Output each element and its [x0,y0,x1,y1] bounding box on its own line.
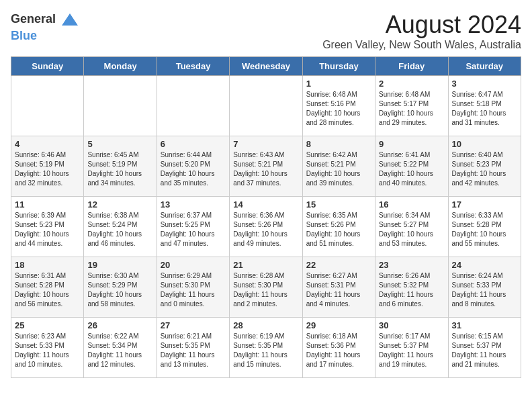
day-number: 23 [379,260,444,270]
day-number: 26 [87,320,152,330]
weekday-header: Wednesday [230,57,302,76]
calendar-cell: 24Sunrise: 6:24 AM Sunset: 5:33 PM Dayli… [448,257,521,318]
calendar-cell: 25Sunrise: 6:23 AM Sunset: 5:33 PM Dayli… [11,318,84,378]
day-info: Sunrise: 6:26 AM Sunset: 5:32 PM Dayligh… [379,271,444,309]
day-number: 14 [233,199,298,210]
calendar-cell [84,76,157,136]
calendar-cell: 23Sunrise: 6:26 AM Sunset: 5:32 PM Dayli… [375,257,448,318]
logo-icon [60,11,79,30]
day-info: Sunrise: 6:28 AM Sunset: 5:30 PM Dayligh… [233,271,298,309]
day-number: 19 [87,260,152,270]
calendar-cell: 13Sunrise: 6:37 AM Sunset: 5:25 PM Dayli… [157,197,229,257]
day-info: Sunrise: 6:29 AM Sunset: 5:30 PM Dayligh… [161,271,226,309]
calendar-cell: 11Sunrise: 6:39 AM Sunset: 5:23 PM Dayli… [11,197,84,257]
calendar-cell: 7Sunrise: 6:43 AM Sunset: 5:21 PM Daylig… [230,136,302,197]
day-number: 25 [15,320,80,330]
day-info: Sunrise: 6:45 AM Sunset: 5:19 PM Dayligh… [87,150,152,188]
calendar-cell: 21Sunrise: 6:28 AM Sunset: 5:30 PM Dayli… [230,257,302,318]
day-info: Sunrise: 6:43 AM Sunset: 5:21 PM Dayligh… [233,150,298,188]
weekday-header: Saturday [448,57,521,76]
day-info: Sunrise: 6:17 AM Sunset: 5:37 PM Dayligh… [379,332,444,369]
calendar-cell: 18Sunrise: 6:31 AM Sunset: 5:28 PM Dayli… [11,257,84,318]
day-number: 12 [87,199,152,210]
day-number: 9 [379,139,444,149]
day-number: 17 [452,199,517,210]
calendar-cell: 3Sunrise: 6:47 AM Sunset: 5:18 PM Daylig… [448,76,521,136]
calendar-cell: 2Sunrise: 6:48 AM Sunset: 5:17 PM Daylig… [375,76,448,136]
calendar-cell [230,76,302,136]
day-number: 1 [306,79,371,89]
weekday-header: Friday [375,57,448,76]
day-info: Sunrise: 6:48 AM Sunset: 5:16 PM Dayligh… [306,90,371,128]
day-number: 8 [306,139,371,149]
calendar-week-row: 18Sunrise: 6:31 AM Sunset: 5:28 PM Dayli… [11,257,521,318]
day-info: Sunrise: 6:41 AM Sunset: 5:22 PM Dayligh… [379,150,444,188]
day-number: 3 [452,79,517,89]
calendar-cell: 5Sunrise: 6:45 AM Sunset: 5:19 PM Daylig… [84,136,157,197]
location-title: Green Valley, New South Wales, Australia [322,39,521,51]
day-info: Sunrise: 6:42 AM Sunset: 5:21 PM Dayligh… [306,150,371,188]
day-number: 13 [161,199,226,210]
day-info: Sunrise: 6:34 AM Sunset: 5:27 PM Dayligh… [379,211,444,248]
calendar-cell: 19Sunrise: 6:30 AM Sunset: 5:29 PM Dayli… [84,257,157,318]
day-info: Sunrise: 6:30 AM Sunset: 5:29 PM Dayligh… [87,271,152,309]
weekday-header: Tuesday [157,57,229,76]
calendar-cell: 14Sunrise: 6:36 AM Sunset: 5:26 PM Dayli… [230,197,302,257]
day-number: 28 [233,320,298,330]
day-info: Sunrise: 6:21 AM Sunset: 5:35 PM Dayligh… [161,332,226,369]
calendar-cell: 22Sunrise: 6:27 AM Sunset: 5:31 PM Dayli… [302,257,375,318]
weekday-header: Monday [84,57,157,76]
day-info: Sunrise: 6:27 AM Sunset: 5:31 PM Dayligh… [306,271,371,309]
day-info: Sunrise: 6:48 AM Sunset: 5:17 PM Dayligh… [379,90,444,128]
day-info: Sunrise: 6:18 AM Sunset: 5:36 PM Dayligh… [306,332,371,369]
weekday-header-row: SundayMondayTuesdayWednesdayThursdayFrid… [11,57,521,76]
calendar-cell: 17Sunrise: 6:33 AM Sunset: 5:28 PM Dayli… [448,197,521,257]
day-number: 29 [306,320,371,330]
calendar-week-row: 11Sunrise: 6:39 AM Sunset: 5:23 PM Dayli… [11,197,521,257]
day-number: 2 [379,79,444,89]
calendar-week-row: 4Sunrise: 6:46 AM Sunset: 5:19 PM Daylig… [11,136,521,197]
day-info: Sunrise: 6:36 AM Sunset: 5:26 PM Dayligh… [233,211,298,248]
calendar-cell: 1Sunrise: 6:48 AM Sunset: 5:16 PM Daylig… [302,76,375,136]
calendar-cell [157,76,229,136]
day-number: 30 [379,320,444,330]
calendar-cell: 31Sunrise: 6:15 AM Sunset: 5:37 PM Dayli… [448,318,521,378]
day-number: 7 [233,139,298,149]
day-number: 16 [379,199,444,210]
calendar-week-row: 1Sunrise: 6:48 AM Sunset: 5:16 PM Daylig… [11,76,521,136]
day-info: Sunrise: 6:38 AM Sunset: 5:24 PM Dayligh… [87,211,152,248]
title-section: August 2024 Green Valley, New South Wale… [322,11,521,51]
calendar-cell: 10Sunrise: 6:40 AM Sunset: 5:23 PM Dayli… [448,136,521,197]
calendar-cell: 8Sunrise: 6:42 AM Sunset: 5:21 PM Daylig… [302,136,375,197]
calendar-cell: 4Sunrise: 6:46 AM Sunset: 5:19 PM Daylig… [11,136,84,197]
day-info: Sunrise: 6:23 AM Sunset: 5:33 PM Dayligh… [15,332,80,369]
day-number: 11 [15,199,80,210]
day-number: 18 [15,260,80,270]
calendar-cell: 28Sunrise: 6:19 AM Sunset: 5:35 PM Dayli… [230,318,302,378]
day-info: Sunrise: 6:37 AM Sunset: 5:25 PM Dayligh… [161,211,226,248]
day-info: Sunrise: 6:19 AM Sunset: 5:35 PM Dayligh… [233,332,298,369]
day-info: Sunrise: 6:31 AM Sunset: 5:28 PM Dayligh… [15,271,80,309]
calendar-cell: 9Sunrise: 6:41 AM Sunset: 5:22 PM Daylig… [375,136,448,197]
day-number: 22 [306,260,371,270]
day-number: 4 [15,139,80,149]
calendar-cell: 26Sunrise: 6:22 AM Sunset: 5:34 PM Dayli… [84,318,157,378]
day-info: Sunrise: 6:35 AM Sunset: 5:26 PM Dayligh… [306,211,371,248]
day-number: 15 [306,199,371,210]
calendar-cell: 20Sunrise: 6:29 AM Sunset: 5:30 PM Dayli… [157,257,229,318]
day-number: 6 [161,139,226,149]
day-number: 24 [452,260,517,270]
calendar-cell: 29Sunrise: 6:18 AM Sunset: 5:36 PM Dayli… [302,318,375,378]
day-number: 21 [233,260,298,270]
page-header: General Blue August 2024 Green Valley, N… [11,11,521,51]
calendar-cell: 6Sunrise: 6:44 AM Sunset: 5:20 PM Daylig… [157,136,229,197]
day-info: Sunrise: 6:47 AM Sunset: 5:18 PM Dayligh… [452,90,517,128]
day-number: 10 [452,139,517,149]
calendar-week-row: 25Sunrise: 6:23 AM Sunset: 5:33 PM Dayli… [11,318,521,378]
day-number: 31 [452,320,517,330]
weekday-header: Sunday [11,57,84,76]
logo-blue: Blue [11,30,79,43]
day-number: 27 [161,320,226,330]
day-info: Sunrise: 6:40 AM Sunset: 5:23 PM Dayligh… [452,150,517,188]
day-info: Sunrise: 6:44 AM Sunset: 5:20 PM Dayligh… [161,150,226,188]
